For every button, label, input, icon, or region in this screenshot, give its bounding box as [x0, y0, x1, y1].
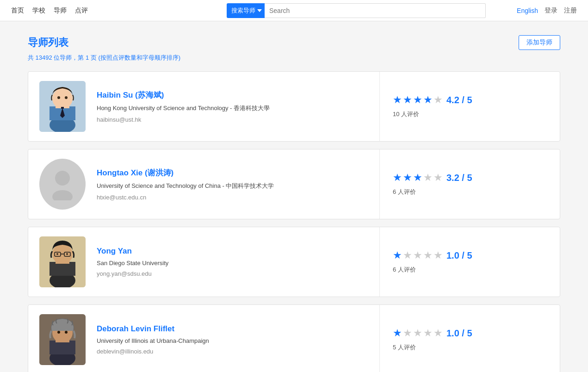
advisor-card: Yong Yan San Diego State University yong… — [28, 227, 560, 297]
nav-links: 首页 学校 导师 点评 — [11, 6, 88, 15]
advisor-name[interactable]: Haibin Su (苏海斌) — [97, 90, 270, 100]
page-header: 导师列表 添加导师 — [28, 35, 560, 50]
card-info: Yong Yan San Diego State University yong… — [97, 247, 168, 277]
star-empty: ★ — [423, 173, 433, 183]
subtitle-prefix: 共 13492 位导师，第 1 页 (按照点评数量和字母 — [28, 54, 155, 61]
nav-school[interactable]: 学校 — [32, 6, 45, 15]
add-advisor-button[interactable]: 添加导师 — [519, 35, 560, 50]
star-empty: ★ — [433, 328, 443, 338]
advisor-university: Hong Kong University of Science and Tech… — [97, 104, 270, 112]
advisor-name[interactable]: Hongtao Xie (谢洪涛) — [97, 167, 274, 178]
card-right: ★★★★★ 3.2 / 5 6 人评价 — [380, 149, 560, 219]
advisor-card: Hongtao Xie (谢洪涛) University of Science … — [28, 149, 560, 219]
star-empty: ★ — [423, 328, 433, 338]
card-info: Haibin Su (苏海斌) Hong Kong University of … — [97, 90, 270, 123]
star-empty: ★ — [433, 173, 443, 183]
page-title: 导师列表 — [28, 36, 68, 50]
rating-row: ★★★★★ 3.2 / 5 — [393, 173, 547, 183]
rating-count: 10 人评价 — [393, 110, 547, 118]
rating-score: 3.2 / 5 — [446, 173, 472, 183]
stars: ★★★★★ — [393, 250, 443, 260]
advisor-university: University of Illinois at Urbana-Champai… — [97, 337, 209, 344]
card-left: Yong Yan San Diego State University yong… — [28, 227, 380, 297]
advisor-list: Haibin Su (苏海斌) Hong Kong University of … — [28, 71, 560, 372]
star-filled: ★ — [393, 173, 402, 183]
rating-count: 6 人评价 — [393, 188, 547, 196]
svg-rect-14 — [50, 262, 75, 276]
advisor-email: yong.yan@sdsu.edu — [97, 270, 168, 277]
nav-right: English 登录 注册 — [517, 6, 577, 15]
rating-count: 5 人评价 — [393, 343, 547, 352]
card-left: Hongtao Xie (谢洪涛) University of Science … — [28, 149, 380, 219]
star-filled: ★ — [393, 250, 402, 260]
card-info: Hongtao Xie (谢洪涛) University of Science … — [97, 167, 274, 201]
page-subtitle: 共 13492 位导师，第 1 页 (按照点评数量和字母顺序排序) — [28, 54, 560, 62]
star-filled: ★ — [423, 95, 433, 105]
advisor-email: deblevin@illinois.edu — [97, 348, 209, 355]
star-filled: ★ — [403, 95, 412, 105]
svg-point-7 — [57, 96, 60, 99]
card-right: ★★★★★ 4.2 / 5 10 人评价 — [380, 72, 560, 141]
avatar — [39, 81, 86, 132]
lang-switch[interactable]: English — [517, 7, 538, 14]
avatar — [39, 314, 86, 365]
svg-point-8 — [65, 96, 68, 99]
stars: ★★★★★ — [393, 95, 443, 105]
advisor-university: University of Science and Technology of … — [97, 182, 274, 190]
star-empty: ★ — [423, 250, 433, 260]
star-filled: ★ — [413, 95, 422, 105]
svg-point-27 — [65, 331, 68, 334]
rating-score: 1.0 / 5 — [446, 328, 472, 339]
card-right: ★★★★★ 1.0 / 5 5 人评价 — [380, 305, 560, 372]
svg-point-19 — [56, 253, 58, 255]
avatar — [39, 236, 86, 287]
rating-count: 6 人评价 — [393, 266, 547, 274]
nav-advisor[interactable]: 导师 — [54, 6, 67, 15]
stars: ★★★★★ — [393, 173, 443, 183]
star-empty: ★ — [403, 250, 412, 260]
register-link[interactable]: 注册 — [564, 6, 577, 15]
main-content: 导师列表 添加导师 共 13492 位导师，第 1 页 (按照点评数量和字母顺序… — [0, 21, 588, 372]
card-left: Haibin Su (苏海斌) Hong Kong University of … — [28, 72, 380, 141]
advisor-email: htxie@ustc.edu.cn — [97, 194, 274, 201]
svg-point-26 — [57, 331, 60, 334]
svg-point-10 — [52, 190, 73, 200]
star-filled: ★ — [393, 95, 402, 105]
svg-rect-15 — [56, 261, 69, 264]
rating-score: 1.0 / 5 — [446, 250, 472, 261]
star-empty: ★ — [433, 95, 443, 105]
avatar-placeholder — [39, 159, 86, 210]
svg-rect-24 — [50, 341, 75, 354]
navbar: 首页 学校 导师 点评 搜索导师 English 登录 注册 — [0, 0, 588, 21]
star-empty: ★ — [413, 250, 422, 260]
star-empty: ★ — [403, 328, 412, 338]
subtitle-accent: 顺序排序 — [155, 54, 179, 61]
svg-point-9 — [55, 171, 70, 186]
svg-rect-6 — [61, 107, 64, 109]
login-link[interactable]: 登录 — [545, 6, 557, 15]
rating-row: ★★★★★ 4.2 / 5 — [393, 95, 547, 105]
card-left: Deborah Levin Fliflet University of Illi… — [28, 305, 380, 372]
stars: ★★★★★ — [393, 328, 443, 338]
advisor-card: Deborah Levin Fliflet University of Illi… — [28, 304, 560, 372]
rating-score: 4.2 / 5 — [446, 95, 472, 105]
advisor-university: San Diego State University — [97, 260, 168, 267]
star-filled: ★ — [413, 173, 422, 183]
search-input[interactable] — [265, 3, 486, 18]
subtitle-suffix: ) — [179, 54, 180, 61]
svg-point-20 — [66, 253, 68, 255]
svg-rect-25 — [56, 340, 69, 342]
advisor-name[interactable]: Yong Yan — [97, 247, 168, 256]
star-filled: ★ — [393, 328, 402, 338]
rating-row: ★★★★★ 1.0 / 5 — [393, 250, 547, 261]
search-area: 搜索导师 — [227, 3, 486, 18]
star-empty: ★ — [433, 250, 443, 260]
star-filled: ★ — [403, 173, 412, 183]
card-right: ★★★★★ 1.0 / 5 6 人评价 — [380, 227, 560, 297]
advisor-email: haibinsu@ust.hk — [97, 116, 270, 123]
nav-review[interactable]: 点评 — [75, 6, 88, 15]
rating-row: ★★★★★ 1.0 / 5 — [393, 328, 547, 339]
advisor-name[interactable]: Deborah Levin Fliflet — [97, 324, 209, 334]
nav-home[interactable]: 首页 — [11, 6, 24, 15]
search-type-dropdown[interactable]: 搜索导师 — [227, 3, 265, 18]
